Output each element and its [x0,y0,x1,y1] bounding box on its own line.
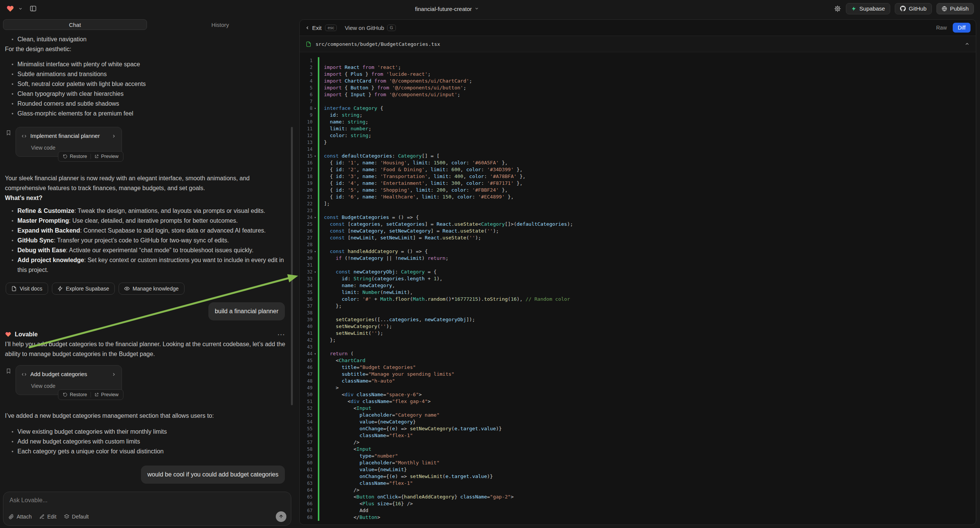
workspace-chevron-icon[interactable] [18,6,23,11]
tab-chat[interactable]: Chat [3,19,147,30]
code-line: 53 placeholder="Category name" [300,412,976,418]
code-line: 30 if (!newCategory || !newLimit) return… [300,255,976,262]
code-text: ]; [319,200,330,207]
fold-chevron-icon[interactable]: ▾ [312,153,318,159]
code-text: color: '#' + Math.floor(Math.random()*16… [319,296,570,303]
card-header: Implement financial planner [21,131,116,141]
github-button[interactable]: GitHub [895,3,932,14]
code-line: 10 name: string; [300,119,976,126]
collapse-file-button[interactable] [964,41,970,46]
code-line: 49 > [300,385,976,391]
fold-spacer [312,132,318,139]
code-line: 18 { id: '3', name: 'Transportation', li… [300,173,976,180]
code-text: const [newCategory, setNewCategory] = Re… [319,227,499,234]
code-line: 43 [300,344,976,350]
chat-scrollbar[interactable] [291,127,293,405]
line-number: 29 [300,248,312,255]
code-text: value={newLimit} [319,466,407,473]
fold-spacer [312,159,318,166]
raw-toggle[interactable]: Raw [936,25,947,31]
added-text: I’ve added a new budget categories manag… [5,411,288,421]
assistant-name: Lovable [15,329,38,339]
code-line: 40 setNewCategory(''); [300,323,976,330]
line-number: 4 [300,78,312,84]
code-line: 50 <div className="space-y-6"> [300,391,976,398]
list-item: View existing budget categories with the… [18,427,288,437]
fold-spacer [312,166,318,173]
preview-button[interactable]: Preview [91,151,122,161]
composer-toolbar: Attach Edit Default [9,511,286,522]
publish-button[interactable]: Publish [936,3,974,14]
line-number: 16 [300,159,312,166]
project-switcher[interactable]: financial-future-creator [415,5,479,12]
line-number: 24 [300,214,312,221]
code-text: </Button> [319,514,380,521]
code-text: { id: '5', name: 'Shopping', limit: 200,… [319,187,508,194]
preview-button[interactable]: Preview [91,390,122,399]
attach-button[interactable]: Attach [9,514,32,520]
list-item: Rounded corners and subtle shadows [18,99,288,109]
fold-spacer [312,500,318,507]
lovable-logo-icon[interactable] [6,5,14,13]
project-name: financial-future-creator [415,5,472,12]
composer: Attach Edit Default [3,491,291,526]
code-line: 24▾const BudgetCategories = () => { [300,214,976,221]
line-number: 60 [300,460,312,466]
fold-chevron-icon[interactable]: ▾ [312,248,318,255]
github-shortcut-badge: G [387,25,396,31]
bookmark-icon[interactable] [6,130,11,135]
list-item: Add new budget categories with custom li… [18,437,288,447]
line-number: 47 [300,371,312,378]
code-header-left: Exit esc View on GitHub G [305,25,396,31]
explore-supabase-button[interactable]: Explore Supabase [52,283,115,295]
line-number: 38 [300,309,312,316]
fold-chevron-icon[interactable]: ▾ [312,105,318,112]
line-number: 34 [300,282,312,289]
line-number: 7 [300,98,312,105]
code-line: 64 /> [300,487,976,493]
fold-spacer [312,91,318,98]
visit-docs-button[interactable]: Visit docs [6,283,48,295]
code-line: 46 title="Budget Categories" [300,364,976,371]
fold-spacer [312,309,318,316]
restore-button[interactable]: Restore [59,151,91,161]
arrow-up-icon [278,514,284,519]
view-on-github-button[interactable]: View on GitHub G [345,25,396,31]
bookmark-icon[interactable] [6,368,11,374]
manage-knowledge-button[interactable]: Manage knowledge [119,283,184,295]
line-number: 46 [300,364,312,371]
list-item: Clean typography with clear hierarchies [18,89,288,99]
code-text: /> [319,439,360,446]
code-line: 33 id: String(categories.length + 1), [300,275,976,282]
settings-gear-icon[interactable] [834,5,842,13]
message-menu-button[interactable]: ⋯ [277,331,285,338]
fold-chevron-icon[interactable]: ▾ [312,269,318,275]
list-item: Debug with Ease: Activate our experiment… [18,245,288,255]
code-text: className="flex-1" [319,480,413,487]
line-number: 52 [300,405,312,412]
chevron-down-icon [475,6,479,11]
chat-input[interactable] [9,496,273,504]
chat-messages[interactable]: Clean, intuitive navigation For the desi… [0,31,295,490]
edit-card-implement-planner[interactable]: Implement financial planner View code Re… [16,127,122,157]
exit-button[interactable]: Exit [305,25,321,31]
fold-spacer [312,289,318,296]
edit-card-add-budget-categories[interactable]: Add budget categories View code Restore … [16,365,122,395]
fold-spacer [312,473,318,480]
code-line: 48 className="h-auto" [300,378,976,385]
line-number: 2 [300,64,312,71]
supabase-button[interactable]: Supabase [846,3,891,14]
diff-toggle[interactable]: Diff [953,23,970,33]
tab-history[interactable]: History [148,19,293,30]
toggle-sidebar-icon[interactable] [30,5,37,12]
send-button[interactable] [276,511,286,522]
edit-mode-button[interactable]: Edit [40,514,56,520]
line-number: 67 [300,507,312,514]
model-selector[interactable]: Default [64,514,89,520]
fold-chevron-icon[interactable]: ▾ [312,350,318,357]
line-number: 65 [300,493,312,500]
code-editor[interactable]: 12import React from 'react';3import { Pl… [300,52,976,525]
fold-chevron-icon[interactable]: ▾ [312,214,318,221]
code-line: 38 [300,309,976,316]
restore-button[interactable]: Restore [59,390,91,399]
